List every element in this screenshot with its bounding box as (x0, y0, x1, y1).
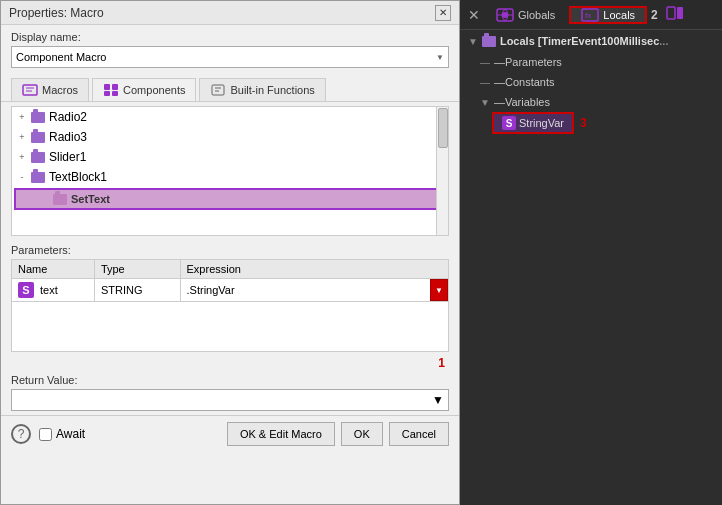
svg-rect-6 (112, 91, 118, 96)
tab-builtin[interactable]: Built-in Functions (199, 78, 325, 101)
expander-radio3[interactable]: + (16, 131, 28, 143)
cancel-button[interactable]: Cancel (389, 422, 449, 446)
stringvar-label: StringVar (519, 117, 564, 129)
params-empty-area (11, 302, 449, 352)
expander-radio2[interactable]: + (16, 111, 28, 123)
display-name-label: Display name: (11, 31, 449, 43)
ok-edit-macro-button[interactable]: OK & Edit Macro (227, 422, 335, 446)
tree-area: + Radio2 + Radio3 + Slider1 - TextBlock1 (11, 106, 449, 236)
tab-macros[interactable]: Macros (11, 78, 89, 101)
folder-icon-slider1 (30, 150, 46, 164)
tab-macros-label: Macros (42, 84, 78, 96)
tab-components[interactable]: Components (92, 78, 196, 101)
dropdown-arrow-icon: ▼ (435, 286, 443, 295)
svg-rect-4 (112, 84, 118, 90)
close-button[interactable]: ✕ (435, 5, 451, 21)
ok-button[interactable]: OK (341, 422, 383, 446)
extra-panel-button[interactable] (666, 6, 684, 23)
tree-item-radio2[interactable]: + Radio2 (12, 107, 448, 127)
return-value-section: Return Value: ▼ (1, 370, 459, 415)
tree-scroll[interactable]: + Radio2 + Radio3 + Slider1 - TextBlock1 (12, 107, 448, 235)
expander-textblock1[interactable]: - (16, 171, 28, 183)
right-panel: ✕ Globals fx Locals 2 (460, 0, 722, 505)
right-tree-stringvar[interactable]: S StringVar 3 (460, 112, 722, 134)
right-variables-label: Variables (505, 96, 550, 108)
string-type-icon: S (18, 282, 34, 298)
close-right-button[interactable]: ✕ (468, 7, 480, 23)
expression-dropdown-button[interactable]: ▼ (430, 279, 448, 301)
parameters-table: Name Type Expression S text STRING ▼ (11, 259, 449, 302)
tree-item-settext[interactable]: SetText (14, 188, 446, 210)
tree-label-radio3: Radio3 (49, 130, 87, 144)
parameters-label: Parameters: (11, 244, 449, 256)
stringvar-box[interactable]: S StringVar (492, 112, 574, 134)
constants-line: — (494, 76, 505, 88)
params-expander[interactable]: — (480, 57, 490, 68)
svg-rect-0 (23, 85, 37, 95)
help-button[interactable]: ? (11, 424, 31, 444)
display-name-input[interactable]: Component Macro ▼ (11, 46, 449, 68)
parameters-section: Parameters: Name Type Expression S text … (1, 240, 459, 356)
await-checkbox-input[interactable] (39, 428, 52, 441)
bottom-bar: ? Await OK & Edit Macro OK Cancel (1, 415, 459, 452)
annotation-3: 3 (580, 116, 587, 130)
param-row-text: S text STRING ▼ (12, 279, 449, 302)
expander-slider1[interactable]: + (16, 151, 28, 163)
folder-icon-radio3 (30, 130, 46, 144)
col-type: Type (94, 260, 180, 279)
settext-label: SetText (71, 193, 110, 205)
tree-label-textblock1: TextBlock1 (49, 170, 107, 184)
right-top-bar: ✕ Globals fx Locals 2 (460, 0, 722, 30)
tree-label-radio2: Radio2 (49, 110, 87, 124)
right-tree-parameters[interactable]: — — Parameters (460, 52, 722, 72)
param-name-cell: S text (12, 279, 95, 302)
svg-rect-15 (667, 7, 675, 19)
dialog-titlebar: Properties: Macro ✕ (1, 1, 459, 25)
right-folder-icon-locals (482, 36, 496, 47)
col-name: Name (12, 260, 95, 279)
await-checkbox-label[interactable]: Await (39, 427, 85, 441)
tab-components-label: Components (123, 84, 185, 96)
right-constants-label: Constants (505, 76, 555, 88)
display-name-section: Display name: Component Macro ▼ (1, 25, 459, 74)
right-tree-constants[interactable]: — — Constants (460, 72, 722, 92)
variables-line: — (494, 96, 505, 108)
display-name-value: Component Macro (16, 51, 107, 63)
tree-item-radio3[interactable]: + Radio3 (12, 127, 448, 147)
expression-input[interactable] (187, 284, 422, 296)
right-tree: ▼ Locals [TimerEvent100Millisec ... — — … (460, 30, 722, 505)
param-expression-cell: ▼ (180, 279, 448, 302)
display-name-arrow-icon: ▼ (436, 53, 444, 62)
right-tree-expander[interactable]: ▼ (468, 36, 478, 47)
tree-item-textblock1[interactable]: - TextBlock1 (12, 167, 448, 187)
await-label: Await (56, 427, 85, 441)
constants-expander[interactable]: — (480, 77, 490, 88)
right-tree-header-label: Locals [TimerEvent100Millisec (500, 35, 659, 47)
return-value-input[interactable]: ▼ (11, 389, 449, 411)
svg-rect-7 (212, 85, 224, 95)
builtin-icon (210, 83, 226, 97)
properties-dialog: Properties: Macro ✕ Display name: Compon… (0, 0, 460, 505)
tab-bar: Macros Components Built-in (1, 74, 459, 102)
truncated-indicator: ... (659, 35, 668, 47)
param-type-cell: STRING (94, 279, 180, 302)
globals-tab-label: Globals (518, 9, 555, 21)
folder-icon-radio2 (30, 110, 46, 124)
return-dropdown-arrow: ▼ (432, 393, 444, 407)
return-value-label: Return Value: (11, 374, 449, 386)
tree-item-slider1[interactable]: + Slider1 (12, 147, 448, 167)
right-tree-variables[interactable]: ▼ — Variables (460, 92, 722, 112)
scrollbar-thumb[interactable] (438, 108, 448, 148)
param-name-value: text (40, 284, 58, 296)
variables-expander[interactable]: ▼ (480, 97, 490, 108)
components-icon (103, 83, 119, 97)
tab-globals[interactable]: Globals (486, 8, 565, 22)
tree-scrollbar[interactable] (436, 107, 448, 235)
svg-rect-3 (104, 84, 110, 90)
locals-tab-label: Locals (603, 9, 635, 21)
tab-locals[interactable]: fx Locals (569, 6, 647, 24)
folder-icon-settext (52, 192, 68, 206)
tab-builtin-label: Built-in Functions (230, 84, 314, 96)
folder-icon-textblock1 (30, 170, 46, 184)
col-expression: Expression (180, 260, 448, 279)
